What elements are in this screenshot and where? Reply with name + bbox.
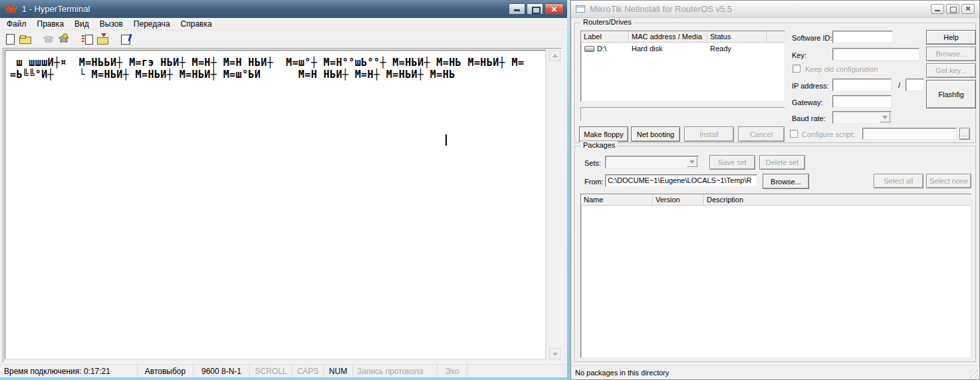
baud-rate-dropdown[interactable] xyxy=(832,111,892,124)
netinstall-titlebar[interactable]: MikroTik Netinstall for RouterOS v5.5 xyxy=(571,1,979,18)
gateway-field[interactable] xyxy=(832,95,892,108)
chevron-down-icon[interactable] xyxy=(880,112,890,122)
call-icon[interactable]: ☎ xyxy=(42,34,55,45)
disconnect-icon[interactable]: ☎ xyxy=(57,34,70,45)
drives-list[interactable]: Label MAC address / Media Status D:\ Har… xyxy=(580,31,785,102)
configure-script-checkbox[interactable] xyxy=(790,130,798,138)
browse-packages-button[interactable]: Browse... xyxy=(763,174,809,189)
menu-help[interactable]: Справка xyxy=(176,19,217,29)
help-button[interactable]: Help xyxy=(926,30,976,45)
drive-label: D:\ xyxy=(597,45,606,53)
window-frame-edge xyxy=(0,377,567,380)
status-echo: Эхо xyxy=(437,365,467,377)
drive-media: Hard disk xyxy=(629,45,707,53)
menu-call[interactable]: Вызов xyxy=(94,19,128,29)
column-header-description[interactable]: Description xyxy=(704,194,971,206)
browse-key-button[interactable]: Browse... xyxy=(926,47,976,61)
ip-address-label: IP address: xyxy=(792,82,828,90)
sets-dropdown[interactable] xyxy=(605,156,699,168)
select-none-button[interactable]: Select none xyxy=(926,174,971,188)
table-row[interactable]: D:\ Hard disk Ready xyxy=(581,43,785,55)
packages-list-header: Name Version Description xyxy=(581,194,971,206)
status-num: NUM xyxy=(324,365,353,377)
group-label: Routers/Drives xyxy=(580,18,634,26)
window-frame-edge xyxy=(567,0,570,380)
chevron-down-icon[interactable] xyxy=(687,157,697,167)
terminal-screen[interactable]: ш шшшИ┼¤ М=НЬЬИ┼ М=гэ НЬИ┼ М=Н┼ М=Н НЬИ┼… xyxy=(5,50,546,359)
keep-old-configuration-checkbox[interactable] xyxy=(793,65,800,73)
text-cursor xyxy=(445,134,447,146)
scroll-down-icon[interactable] xyxy=(549,348,560,359)
terminal-panel: ш шшшИ┼¤ М=НЬЬИ┼ М=гэ НЬИ┼ М=Н┼ М=Н НЬИ┼… xyxy=(3,48,562,363)
menu-transfer[interactable]: Передача xyxy=(128,19,176,29)
status-port-settings: 9600 8-N-1 xyxy=(193,365,250,377)
drives-list-header: Label MAC address / Media Status xyxy=(581,31,785,43)
group-label: Packages xyxy=(580,141,618,149)
from-label: From: xyxy=(584,178,604,186)
window-title: 1 - HyperTerminal xyxy=(22,4,90,14)
status-filler xyxy=(467,365,567,377)
menu-bar: Файл Правка Вид Вызов Передача Справка xyxy=(0,18,567,30)
menu-edit[interactable]: Правка xyxy=(32,19,70,29)
netinstall-window: MikroTik Netinstall for RouterOS v5.5 Ro… xyxy=(570,0,980,380)
configure-script-field[interactable] xyxy=(862,128,957,140)
drive-status: Ready xyxy=(707,45,767,53)
maximize-button[interactable] xyxy=(527,3,543,15)
delete-set-button[interactable]: Delete set xyxy=(759,155,805,170)
install-button[interactable]: Install xyxy=(684,126,734,142)
hyperterminal-titlebar[interactable]: ☎ 1 - HyperTerminal xyxy=(0,0,570,18)
column-header-status[interactable]: Status xyxy=(707,31,767,43)
make-floppy-button[interactable]: Make floppy xyxy=(579,126,628,142)
cancel-button[interactable]: Cancel xyxy=(738,126,785,142)
phone-icon: ☎ xyxy=(5,4,17,14)
minimize-button[interactable] xyxy=(509,3,525,15)
maximize-button[interactable] xyxy=(946,4,959,14)
close-button[interactable] xyxy=(961,4,975,14)
key-field[interactable] xyxy=(832,48,919,61)
status-scroll: SCROLL xyxy=(250,365,293,377)
terminal-line: =Ь╚╚°И┼ └ М=НЬИ┼ М=НЬИ┼ М=НЬИ┼ М=ш°ЬИ М=… xyxy=(10,69,455,81)
flashfig-button[interactable]: Flashfig xyxy=(926,80,976,108)
baud-rate-label: Baud rate: xyxy=(792,114,826,122)
sets-label: Sets: xyxy=(584,159,601,167)
open-icon[interactable] xyxy=(19,34,32,45)
minimize-button[interactable] xyxy=(931,4,944,14)
new-connection-icon[interactable] xyxy=(3,34,17,45)
routers-drives-group: Routers/Drives Label MAC address / Media… xyxy=(574,23,976,143)
column-header-name[interactable]: Name xyxy=(581,194,653,206)
resize-grip[interactable] xyxy=(970,370,979,379)
status-bar: Время подключения: 0:17:21 Автовыбор 960… xyxy=(0,364,567,377)
ip-address-field[interactable] xyxy=(832,79,892,91)
app-window-icon xyxy=(576,5,585,13)
save-set-button[interactable]: Save set xyxy=(709,155,755,170)
hyperterminal-window: ☎ 1 - HyperTerminal Файл Правка Вид Вызо… xyxy=(0,0,570,380)
net-booting-button[interactable]: Net booting xyxy=(631,126,680,142)
scroll-up-icon[interactable] xyxy=(549,50,560,61)
software-id-label: Software ID: xyxy=(792,34,832,42)
ip-separator: / xyxy=(898,81,900,89)
column-header-mac[interactable]: MAC address / Media xyxy=(629,31,707,43)
configure-script-browse-button[interactable]: ... xyxy=(959,128,970,140)
receive-file-icon[interactable] xyxy=(96,34,109,45)
window-title: MikroTik Netinstall for RouterOS v5.5 xyxy=(590,4,929,14)
software-id-field[interactable] xyxy=(832,31,893,43)
key-label: Key: xyxy=(792,51,806,59)
column-header-version[interactable]: Version xyxy=(653,194,704,206)
select-all-button[interactable]: Select all xyxy=(874,174,923,188)
from-path-field[interactable]: C:\DOCUME~1\Eugene\LOCALS~1\Temp\R xyxy=(605,174,757,187)
menu-view[interactable]: Вид xyxy=(69,19,94,29)
toolbar: ☎ ☎ xyxy=(0,31,567,47)
close-button[interactable] xyxy=(545,3,564,15)
properties-icon[interactable] xyxy=(119,34,132,45)
ip-mask-field[interactable] xyxy=(906,79,924,91)
packages-list[interactable]: Name Version Description xyxy=(580,194,971,358)
terminal-line: ш шшшИ┼¤ М=НЬЬИ┼ М=гэ НЬИ┼ М=Н┼ М=Н НЬИ┼… xyxy=(10,57,524,69)
send-file-icon[interactable] xyxy=(80,34,94,45)
column-header-label[interactable]: Label xyxy=(581,31,629,43)
get-key-button[interactable]: Get key... xyxy=(926,63,976,78)
caption-buttons xyxy=(509,3,564,15)
keep-old-configuration-label: Keep old configuration xyxy=(805,65,878,73)
gateway-label: Gateway: xyxy=(792,98,822,106)
vertical-scrollbar[interactable] xyxy=(549,50,560,359)
menu-file[interactable]: Файл xyxy=(1,19,32,29)
